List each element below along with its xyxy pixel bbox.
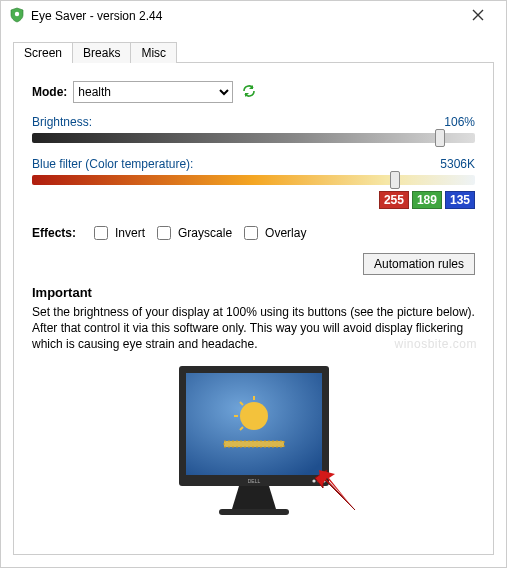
mode-row: Mode: health [32,81,475,103]
brightness-block: Brightness: 106% [32,115,475,143]
bluefilter-block: Blue filter (Color temperature): 5306K 2… [32,157,475,209]
grayscale-checkbox[interactable] [157,226,171,240]
brightness-thumb[interactable] [435,129,445,147]
monitor-image: DELL [32,361,475,521]
tab-row: Screen Breaks Misc [13,39,494,63]
important-heading: Important [32,285,475,300]
effects-row: Effects: Invert Grayscale Overlay [32,223,475,243]
close-button[interactable] [458,8,498,24]
overlay-checkbox[interactable] [244,226,258,240]
rgb-green: 189 [412,191,442,209]
brightness-label: Brightness: [32,115,92,129]
invert-checkbox[interactable] [94,226,108,240]
title-bar: Eye Saver - version 2.44 [1,1,506,31]
mode-label: Mode: [32,85,67,99]
important-text: Set the brightness of your display at 10… [32,304,475,353]
rgb-row: 255 189 135 [32,191,475,209]
effect-invert[interactable]: Invert [90,223,145,243]
shield-icon [9,7,25,26]
brightness-slider[interactable] [32,133,475,143]
pointer-arrow-icon [311,466,357,515]
svg-rect-8 [224,441,284,447]
refresh-icon[interactable] [241,83,257,102]
rgb-red: 255 [379,191,409,209]
effect-overlay[interactable]: Overlay [240,223,306,243]
tab-screen[interactable]: Screen [13,42,73,63]
automation-rules-button[interactable]: Automation rules [363,253,475,275]
rgb-blue: 135 [445,191,475,209]
svg-text:DELL: DELL [247,478,260,484]
window-title: Eye Saver - version 2.44 [31,9,458,23]
svg-point-0 [15,11,19,15]
tab-breaks[interactable]: Breaks [72,42,131,63]
bluefilter-value: 5306K [440,157,475,171]
bluefilter-label: Blue filter (Color temperature): [32,157,193,171]
app-window: Eye Saver - version 2.44 Screen Breaks M… [0,0,507,568]
effects-label: Effects: [32,226,76,240]
brightness-value: 106% [444,115,475,129]
close-icon [472,9,484,21]
effect-grayscale[interactable]: Grayscale [153,223,232,243]
tab-panel-screen: Mode: health Brightness: 106% [13,62,494,555]
bluefilter-slider[interactable] [32,175,475,185]
bluefilter-thumb[interactable] [390,171,400,189]
mode-select[interactable]: health [73,81,233,103]
svg-point-3 [240,402,268,430]
svg-rect-14 [219,509,289,515]
tab-misc[interactable]: Misc [130,42,177,63]
